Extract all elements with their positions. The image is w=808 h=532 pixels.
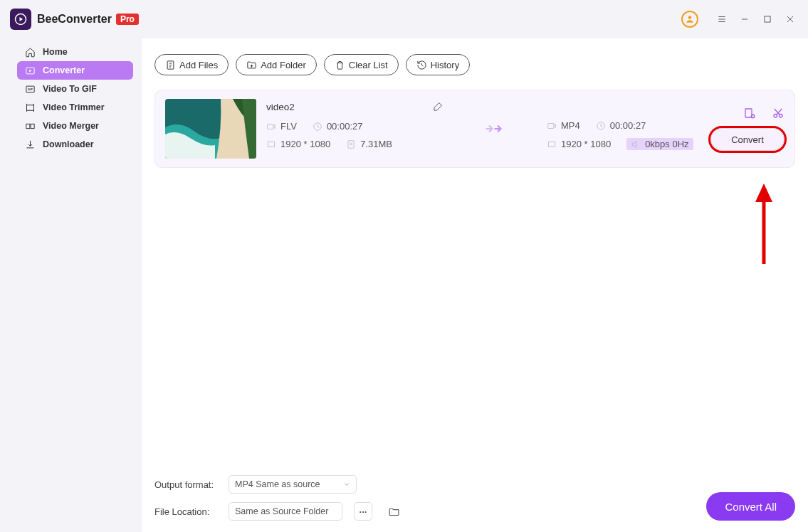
card-actions: Convert	[710, 107, 785, 151]
add-folder-button[interactable]: Add Folder	[236, 54, 317, 75]
svg-line-39	[601, 126, 602, 127]
pro-badge: Pro	[116, 14, 139, 25]
svg-point-2	[688, 16, 692, 19]
button-label: Convert	[731, 134, 764, 145]
maximize-button[interactable]	[760, 11, 775, 27]
convert-button[interactable]: Convert	[710, 128, 785, 151]
titlebar: BeeConverter Pro	[0, 0, 808, 38]
hamburger-menu-icon[interactable]	[714, 11, 730, 27]
input-value: Same as Source Folder	[235, 506, 328, 516]
sidebar-item-video-merger[interactable]: Video Merger	[17, 117, 133, 135]
source-duration: 00:00:27	[313, 121, 363, 132]
sidebar-item-label: Home	[43, 47, 68, 57]
gif-icon: GIF	[24, 83, 36, 95]
sidebar-item-video-trimmer[interactable]: Video Trimmer	[17, 98, 133, 117]
sidebar: Home Converter GIF Video To GIF Video Tr…	[0, 38, 142, 532]
bottom-bar: Output format: MP4 Same as source File L…	[154, 475, 795, 521]
sidebar-item-downloader[interactable]: Downloader	[17, 135, 133, 154]
file-name: video2	[266, 102, 295, 112]
trimmer-icon	[24, 102, 36, 113]
svg-rect-17	[26, 124, 29, 128]
add-files-button[interactable]: Add Files	[154, 54, 229, 75]
main-panel: Add Files Add Folder Clear List History	[142, 38, 808, 532]
svg-rect-36	[548, 123, 554, 128]
converter-icon	[24, 65, 36, 76]
sidebar-item-label: Video To GIF	[43, 84, 97, 94]
source-info: video2 FLV 00:00:27	[266, 101, 444, 156]
sidebar-item-video-to-gif[interactable]: GIF Video To GIF	[17, 80, 133, 98]
sidebar-item-label: Video Trimmer	[43, 102, 105, 112]
svg-text:GIF: GIF	[27, 87, 33, 91]
button-label: Add Folder	[261, 60, 306, 70]
app-logo	[10, 9, 31, 30]
output-format-select[interactable]: MP4 Same as source	[229, 475, 357, 494]
browse-button[interactable]: ···	[354, 502, 372, 521]
output-format-label: Output format:	[154, 479, 217, 490]
svg-line-31	[318, 127, 319, 127]
sidebar-item-label: Converter	[43, 65, 85, 75]
chevron-down-icon	[343, 481, 350, 488]
clear-icon	[335, 60, 345, 70]
arrow-icon	[444, 122, 547, 136]
add-files-icon	[165, 60, 176, 70]
home-icon	[24, 46, 36, 58]
history-button[interactable]: History	[406, 54, 470, 75]
file-location-label: File Location:	[154, 506, 217, 517]
source-size: 7.31MB	[346, 139, 392, 149]
sidebar-item-home[interactable]: Home	[17, 43, 133, 61]
edit-name-icon[interactable]	[433, 101, 444, 112]
video-thumbnail	[165, 99, 256, 159]
svg-marker-48	[755, 183, 772, 202]
button-label: History	[431, 60, 459, 70]
arrow-annotation	[750, 182, 778, 270]
sidebar-item-converter[interactable]: Converter	[17, 61, 133, 80]
close-button[interactable]	[782, 11, 798, 27]
cut-icon[interactable]	[772, 107, 785, 119]
output-info: MP4 00:00:27 1920 * 1080 0kbps 0Hz	[547, 100, 710, 157]
toolbar: Add Files Add Folder Clear List History	[154, 54, 795, 75]
svg-rect-18	[31, 124, 34, 128]
sidebar-item-label: Video Merger	[43, 121, 99, 131]
add-folder-icon	[246, 60, 257, 70]
svg-line-26	[421, 65, 423, 65]
user-icon[interactable]	[681, 11, 698, 28]
download-icon	[24, 139, 36, 150]
merger-icon	[24, 120, 36, 132]
minimize-button[interactable]	[737, 11, 752, 27]
settings-icon[interactable]	[743, 107, 756, 119]
clear-list-button[interactable]: Clear List	[324, 54, 399, 75]
output-format: MP4	[547, 120, 580, 131]
svg-rect-14	[26, 105, 33, 110]
history-icon	[416, 60, 427, 70]
convert-all-button[interactable]: Convert All	[706, 492, 795, 521]
output-audio: 0kbps 0Hz	[626, 138, 693, 150]
output-resolution: 1920 * 1080	[547, 138, 611, 150]
select-value: MP4 Same as source	[235, 479, 320, 489]
button-label: Add Files	[179, 60, 218, 70]
file-card: video2 FLV 00:00:27	[154, 90, 795, 168]
button-label: Clear List	[349, 60, 388, 70]
open-folder-icon[interactable]	[387, 504, 401, 518]
source-format: FLV	[266, 121, 297, 132]
sidebar-item-label: Downloader	[43, 139, 94, 149]
svg-marker-1	[20, 17, 23, 21]
output-format-row: Output format: MP4 Same as source	[154, 475, 401, 494]
svg-rect-40	[548, 142, 555, 147]
svg-rect-32	[268, 142, 274, 147]
svg-marker-11	[29, 69, 31, 72]
file-location-input[interactable]: Same as Source Folder	[229, 502, 342, 521]
output-duration: 00:00:27	[596, 120, 646, 131]
svg-rect-7	[765, 16, 770, 22]
source-resolution: 1920 * 1080	[266, 139, 330, 149]
svg-rect-28	[268, 124, 273, 129]
file-location-row: File Location: Same as Source Folder ···	[154, 502, 401, 521]
app-title: BeeConverter	[37, 13, 112, 26]
svg-rect-33	[348, 140, 354, 148]
